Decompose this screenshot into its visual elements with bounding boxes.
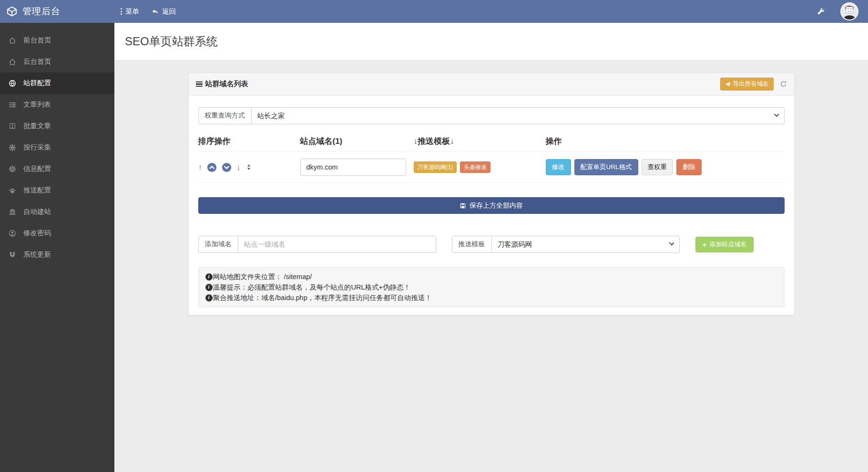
brand-title: 管理后台 xyxy=(22,5,61,18)
sidebar-item-label: 自动建站 xyxy=(23,207,51,216)
sidebar-item-label: 前台首页 xyxy=(23,36,51,45)
template-tag[interactable]: 刀客源码网(1) xyxy=(414,161,457,173)
push-template-group: 推送模板 刀客源码网 xyxy=(452,236,680,253)
add-domain-input[interactable] xyxy=(238,236,436,253)
sidebar-item-label: 站群配置 xyxy=(23,79,51,88)
main-area: SEO单页站群系统 站群域名列表 导出所有域名 xyxy=(114,23,868,472)
col-header-sort: 排序操作 xyxy=(198,136,300,147)
bank-icon xyxy=(9,208,16,216)
globe-icon xyxy=(9,80,16,87)
topnav: 菜单 返回 xyxy=(114,7,176,16)
save-all-button[interactable]: 保存上方全部内容 xyxy=(198,197,785,214)
configure-url-format-button[interactable]: 配置单页URL格式 xyxy=(574,159,638,175)
sidebar-item-admin-home[interactable]: 后台首页 xyxy=(0,51,114,72)
back-link[interactable]: 返回 xyxy=(152,7,176,16)
refresh-icon[interactable] xyxy=(780,80,787,88)
panel-header: 站群域名列表 导出所有域名 xyxy=(189,73,794,96)
list-icon xyxy=(9,101,16,109)
sidebar-item-change-password[interactable]: 修改密码 xyxy=(0,222,114,244)
circle-chevron-down-icon[interactable] xyxy=(222,162,232,172)
weight-query-label: 权重查询方式 xyxy=(198,107,252,124)
sidebar-item-system-update[interactable]: 系统更新 xyxy=(0,244,114,265)
move-top-icon[interactable]: ↑ xyxy=(198,163,203,171)
topbar: 管理后台 菜单 返回 xyxy=(0,0,868,23)
user-circle-icon xyxy=(9,230,16,237)
panel-title-text: 站群域名列表 xyxy=(205,80,248,89)
note-tip: i 温馨提示：必须配置站群域名，及每个站点的URL格式+伪静态！ xyxy=(205,282,777,292)
book-icon xyxy=(9,122,16,130)
weight-query-select[interactable]: 站长之家 xyxy=(251,107,785,124)
info-icon: i xyxy=(205,273,213,281)
sidebar-item-push-config[interactable]: 推送配置 xyxy=(0,180,114,201)
page-title: SEO单页站群系统 xyxy=(125,34,218,49)
sidebar: 前台首页 后台首页 站群配置 文章列表 批量文章 按行采集 信息配置 推送配置 xyxy=(0,23,114,472)
table-header-row: 排序操作 站点域名(1) ↓推送模板↓ 操作 xyxy=(198,134,785,151)
home-icon xyxy=(9,37,16,44)
note-push-address: i 聚合推送地址：域名/baidu.php，本程序无需挂访问任务都可自动推送！ xyxy=(205,292,777,303)
panel-actions: 导出所有域名 xyxy=(720,78,787,90)
wrench-icon[interactable] xyxy=(817,8,825,16)
circle-chevron-up-icon[interactable] xyxy=(207,162,217,172)
hamburger-icon xyxy=(196,81,203,87)
sidebar-item-line-collect[interactable]: 按行采集 xyxy=(0,137,114,158)
info-icon: i xyxy=(205,284,213,291)
toutiao-push-tag[interactable]: 头条推送 xyxy=(460,161,490,173)
push-template-label: 推送模板 xyxy=(452,236,492,253)
paw-icon xyxy=(9,187,16,194)
sidebar-item-info-config[interactable]: 信息配置 xyxy=(0,158,114,180)
domain-input[interactable] xyxy=(300,159,406,176)
sidebar-item-label: 信息配置 xyxy=(23,164,51,173)
sidebar-item-batch-articles[interactable]: 批量文章 xyxy=(0,115,114,137)
sort-ops: ↑ ↓ xyxy=(198,162,300,172)
col-header-domain: 站点域名(1) xyxy=(300,136,414,147)
sort-icon[interactable] xyxy=(245,163,252,171)
sidebar-item-label: 后台首页 xyxy=(23,57,51,66)
plus-icon: + xyxy=(703,241,707,248)
sidebar-item-label: 按行采集 xyxy=(23,143,51,152)
add-site-domain-button[interactable]: + 添加站点域名 xyxy=(695,237,754,252)
add-site-domain-label: 添加站点域名 xyxy=(709,240,746,249)
edit-button[interactable]: 修改 xyxy=(546,159,571,175)
reply-icon xyxy=(152,8,159,15)
push-template-select[interactable]: 刀客源码网 xyxy=(491,236,680,253)
avatar[interactable] xyxy=(840,2,858,20)
add-domain-group: 添加域名 xyxy=(198,236,436,253)
topbar-right xyxy=(817,2,868,20)
export-domains-button[interactable]: 导出所有域名 xyxy=(720,78,774,90)
magnet-icon xyxy=(9,251,16,259)
col-header-actions: 操作 xyxy=(546,136,785,147)
cube-icon xyxy=(7,6,17,17)
notes-well: i 网站地图文件夹位置： /sitemap/ i 温馨提示：必须配置站群域名，及… xyxy=(198,267,785,307)
home-icon xyxy=(9,58,16,66)
sidebar-item-article-list[interactable]: 文章列表 xyxy=(0,94,114,115)
check-weight-button[interactable]: 查权重 xyxy=(642,159,674,175)
sidebar-item-auto-build[interactable]: 自动建站 xyxy=(0,201,114,222)
table-row: ↑ ↓ 刀客源码网(1) 头条推送 xyxy=(198,151,785,183)
panel-body: 权重查询方式 站长之家 排序操作 站点域名(1) ↓推送模板↓ 操作 xyxy=(189,96,794,315)
title-band: SEO单页站群系统 xyxy=(114,23,868,60)
export-label: 导出所有域名 xyxy=(733,80,769,88)
menu-label: 菜单 xyxy=(125,7,139,16)
domain-list-panel: 站群域名列表 导出所有域名 权重查询方式 xyxy=(188,72,795,315)
sidebar-item-front-home[interactable]: 前台首页 xyxy=(0,30,114,51)
paper-plane-icon xyxy=(725,81,731,87)
panel-title: 站群域名列表 xyxy=(196,80,248,89)
delete-button[interactable]: 删除 xyxy=(676,159,702,175)
sidebar-item-label: 推送配置 xyxy=(23,186,51,195)
row-actions: 修改 配置单页URL格式 查权重 删除 xyxy=(546,159,785,175)
sidebar-item-site-cluster-config[interactable]: 站群配置 xyxy=(0,72,114,94)
menu-toggle[interactable]: 菜单 xyxy=(121,7,139,16)
move-bottom-icon[interactable]: ↓ xyxy=(236,163,241,171)
brand[interactable]: 管理后台 xyxy=(0,5,114,18)
ellipsis-v-icon xyxy=(121,8,122,15)
burst-icon xyxy=(9,144,16,151)
floppy-icon xyxy=(460,202,466,209)
domain-cell xyxy=(300,159,414,176)
sidebar-item-label: 文章列表 xyxy=(23,100,51,109)
gear-icon xyxy=(9,165,16,173)
col-header-template: ↓推送模板↓ xyxy=(414,136,546,147)
sidebar-item-label: 修改密码 xyxy=(23,229,51,238)
template-tags: 刀客源码网(1) 头条推送 xyxy=(414,161,546,173)
add-domain-row: 添加域名 推送模板 刀客源码网 xyxy=(198,236,785,253)
weight-query-group: 权重查询方式 站长之家 xyxy=(198,107,785,124)
